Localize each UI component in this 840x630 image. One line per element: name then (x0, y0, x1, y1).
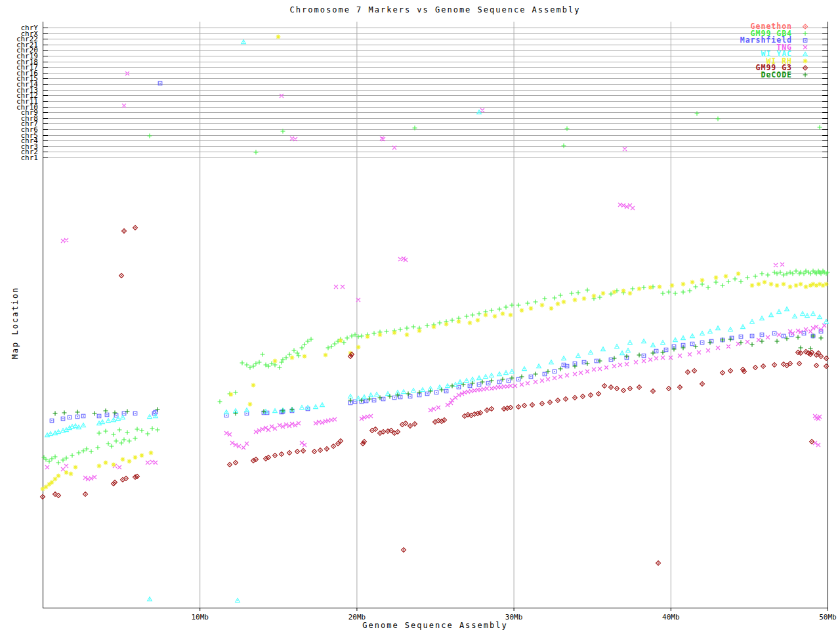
scatter-plot: chrYchrXchr22chr21chr20chr19chr18chr17ch… (0, 0, 840, 630)
data-point-dots (51, 83, 822, 421)
data-points (45, 72, 826, 481)
data-points (45, 40, 829, 602)
y-axis-label: Map Location (10, 280, 20, 366)
x-axis-label: Genome Sequence Assembly (43, 621, 828, 630)
series-wi-rh (41, 35, 829, 492)
legend-marker (803, 59, 808, 64)
legend-marker (803, 32, 808, 36)
data-points (41, 35, 829, 492)
data-point-dots (42, 227, 827, 564)
series-marshfield (50, 81, 823, 423)
series-tng (45, 72, 826, 481)
data-points (42, 112, 830, 465)
legend-marker-dot (805, 26, 806, 28)
legend-label: DeCODE (761, 70, 792, 79)
series-gm99-gb4 (42, 112, 830, 465)
data-points (50, 81, 823, 423)
series-decode (53, 334, 824, 416)
data-point-dots (47, 41, 827, 601)
series-gm99-g3 (41, 226, 829, 566)
data-points (41, 226, 829, 566)
x-gridlines (200, 22, 671, 608)
chromosome-lines: chrYchrXchr22chr21chr20chr19chr18chr17ch… (16, 24, 828, 162)
plot-border (43, 22, 828, 608)
x-axis-ticks: 10Mb20Mb30Mb40Mb50Mb (191, 608, 836, 621)
legend-marker-dot (805, 40, 806, 41)
series-wi-yac (45, 40, 829, 602)
legend-marker-dot (805, 54, 806, 55)
legend-item-decode: DeCODE (761, 70, 807, 79)
legend-marker-dot (805, 68, 806, 69)
chart-title: Chromosome 7 Markers vs Genome Sequence … (43, 5, 828, 14)
legend-marker (803, 45, 807, 49)
legend-item-marshfield: Marshfield (740, 35, 807, 45)
chr-label: chr1 (21, 154, 39, 162)
chart-page: Chromosome 7 Markers vs Genome Sequence … (0, 0, 840, 630)
data-points (53, 334, 824, 416)
